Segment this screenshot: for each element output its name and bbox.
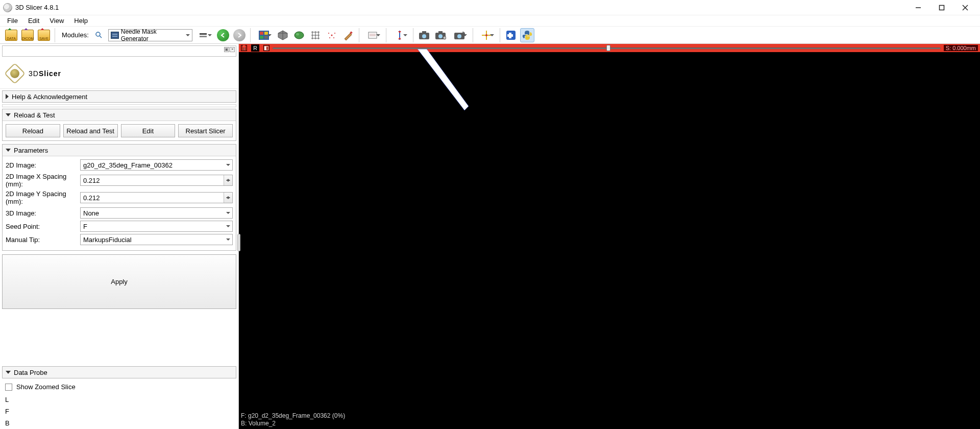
dataprobe-F: F <box>0 406 238 417</box>
models-button[interactable] <box>292 28 306 42</box>
param-yspacing-input[interactable]: 0.212 <box>80 192 233 203</box>
panel-pin-icon[interactable]: ▣ <box>224 47 229 52</box>
extensions-button[interactable] <box>504 28 518 42</box>
svg-point-41 <box>438 34 443 38</box>
svg-point-44 <box>457 34 461 38</box>
svg-point-17 <box>296 33 299 35</box>
edit-button[interactable]: Edit <box>121 124 176 137</box>
restart-slicer-button[interactable]: Restart Slicer <box>178 124 233 137</box>
dataprobe-L: L <box>0 394 238 406</box>
param-3d-image-select[interactable]: None <box>80 207 233 219</box>
show-zoomed-slice-label: Show Zoomed Slice <box>16 383 76 391</box>
svg-rect-7 <box>200 36 207 37</box>
section-parameters[interactable]: Parameters 2D Image: g20_d2_35deg_Frame_… <box>2 144 236 251</box>
module-history-button[interactable] <box>194 28 214 42</box>
menu-file[interactable]: File <box>2 16 23 26</box>
minimize-button[interactable] <box>906 1 930 15</box>
window-title: 3D Slicer 4.8.1 <box>15 4 59 11</box>
svg-point-26 <box>334 33 335 34</box>
menu-edit[interactable]: Edit <box>23 16 44 26</box>
param-tip-select[interactable]: MarkupsFiducial <box>80 234 233 245</box>
svg-point-4 <box>96 32 100 36</box>
param-xspacing-input[interactable]: 0.212 <box>80 175 233 186</box>
overlay-background-label: B: Volume_2 <box>241 420 345 427</box>
panel-search-input[interactable]: ▣✕ <box>2 45 236 57</box>
param-3d-image-label: 3D Image: <box>6 209 77 217</box>
dataprobe-B: B <box>0 417 238 429</box>
needle-mask-graphic <box>418 49 509 121</box>
slice-viewport[interactable]: 📍 R ◧ S: 0.000mm F: g20_d2_35deg_Frame_0… <box>239 44 980 429</box>
svg-line-5 <box>100 36 102 38</box>
section-reload-test-label: Reload & Test <box>14 111 55 119</box>
save-button[interactable]: SAVE <box>37 28 51 42</box>
menu-help[interactable]: Help <box>69 16 93 26</box>
slice-offset-slider[interactable] <box>273 46 941 50</box>
editor-button[interactable] <box>341 28 355 42</box>
slice-link-icon[interactable]: ◧ <box>263 45 270 51</box>
svg-rect-10 <box>264 32 268 35</box>
modules-selected-text: Needle Mask Generator <box>121 28 183 42</box>
svg-marker-35 <box>398 37 401 39</box>
modules-label: Modules: <box>62 31 89 39</box>
menu-view[interactable]: View <box>44 16 69 26</box>
scene-view-button[interactable] <box>433 28 448 42</box>
load-dicom-button[interactable]: DICOM <box>20 28 35 42</box>
show-zoomed-slice-checkbox[interactable] <box>5 384 12 391</box>
python-console-button[interactable] <box>520 28 534 42</box>
svg-point-47 <box>485 34 487 36</box>
slice-offset-value: S: 0.000mm <box>944 45 978 51</box>
slicer-logo-icon <box>5 64 24 83</box>
modules-search-button[interactable] <box>92 28 106 42</box>
annotations-button[interactable] <box>363 28 382 42</box>
maximize-button[interactable] <box>930 1 953 15</box>
app-icon <box>3 3 12 12</box>
param-seed-select[interactable]: F <box>80 221 233 232</box>
volumes-button[interactable] <box>276 28 290 42</box>
svg-rect-30 <box>369 32 377 38</box>
svg-point-38 <box>422 34 426 38</box>
load-data-button[interactable]: DATA <box>4 28 18 42</box>
reload-button[interactable]: Reload <box>6 124 60 137</box>
section-reload-test[interactable]: Reload & Test Reload Reload and Test Edi… <box>2 109 236 141</box>
close-button[interactable] <box>953 1 977 15</box>
slice-orientation-label: R <box>251 44 259 52</box>
svg-rect-1 <box>940 5 944 10</box>
section-help-ack[interactable]: Help & Acknowledgement <box>2 90 236 103</box>
svg-point-24 <box>331 34 332 36</box>
overlay-foreground-label: F: g20_d2_35deg_Frame_00362 (0%) <box>241 412 345 419</box>
param-2d-image-label: 2D Image: <box>6 161 77 169</box>
svg-marker-34 <box>398 31 401 33</box>
crosshair-button[interactable] <box>390 28 409 42</box>
param-tip-label: Manual Tip: <box>6 236 77 244</box>
markups-button[interactable] <box>325 28 339 42</box>
slicer-logo-text: 3DSlicer <box>29 69 61 78</box>
chevron-down-icon <box>6 371 11 374</box>
section-data-probe[interactable]: Data Probe <box>2 366 236 378</box>
transforms-button[interactable] <box>308 28 323 42</box>
layout-button[interactable] <box>254 28 274 42</box>
param-2d-image-select[interactable]: g20_d2_35deg_Frame_00362 <box>80 159 233 171</box>
nav-forward-button[interactable] <box>232 28 247 42</box>
chevron-right-icon <box>6 94 9 99</box>
svg-rect-6 <box>200 33 207 35</box>
nav-back-button[interactable] <box>216 28 230 42</box>
modules-select[interactable]: Needle Mask Generator <box>108 29 192 41</box>
chevron-down-icon <box>6 113 11 116</box>
param-yspacing-label: 2D Image Y Spacing (mm): <box>6 190 77 205</box>
chevron-down-icon <box>6 149 11 152</box>
section-parameters-label: Parameters <box>14 147 48 154</box>
capture-button[interactable] <box>450 28 469 42</box>
screenshot-button[interactable] <box>417 28 431 42</box>
reload-and-test-button[interactable]: Reload and Test <box>63 124 118 137</box>
apply-button[interactable]: Apply <box>2 254 236 309</box>
svg-rect-11 <box>260 36 263 39</box>
svg-rect-12 <box>264 36 268 39</box>
svg-point-42 <box>443 36 446 39</box>
fiducial-place-button[interactable] <box>477 28 496 42</box>
svg-rect-37 <box>422 31 426 33</box>
slice-pin-icon[interactable]: 📍 <box>241 45 247 51</box>
panel-splitter[interactable] <box>237 234 240 251</box>
section-help-ack-label: Help & Acknowledgement <box>12 93 87 101</box>
svg-point-25 <box>328 33 329 34</box>
panel-close-icon[interactable]: ✕ <box>230 47 235 52</box>
